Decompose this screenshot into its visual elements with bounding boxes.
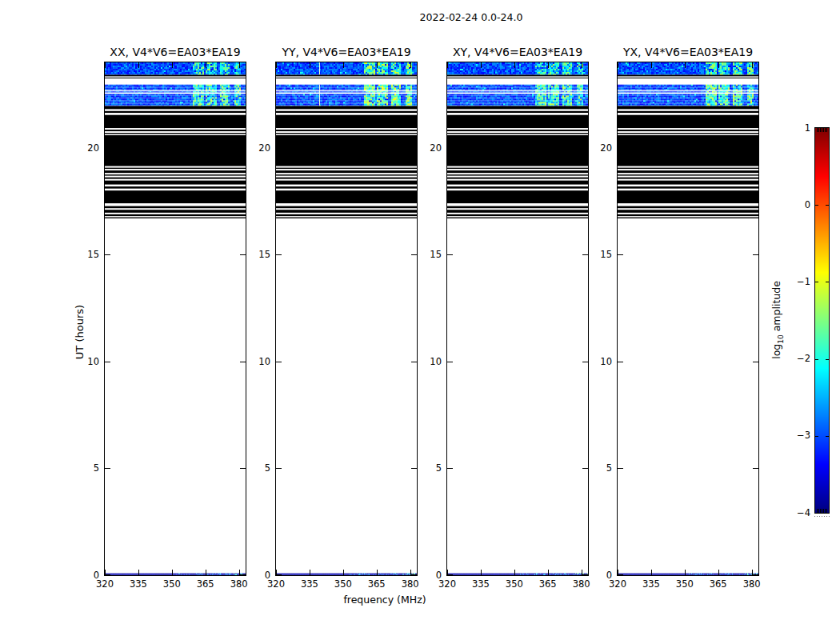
panel-title-yx: YX, V4*V6=EA03*EA19	[623, 46, 753, 58]
panel-xy: XY, V4*V6=EA03*EA19 32033535036538005101…	[447, 0, 588, 640]
y-tick-label: 15	[430, 249, 442, 260]
x-tick-label: 380	[573, 578, 590, 590]
plot-frame-xy	[446, 62, 589, 576]
y-tick-label: 5	[94, 462, 99, 474]
y-tick-label: 5	[436, 462, 442, 474]
figure: 2022-02-24 0.0-24.0 XX, V4*V6=EA03*EA19 …	[0, 0, 840, 640]
x-tick-label: 350	[506, 578, 523, 590]
y-tick-label: 20	[87, 142, 99, 154]
plot-frame-xx	[104, 62, 246, 576]
panel-yx: YX, V4*V6=EA03*EA19 32033535036538005101…	[618, 0, 758, 640]
x-tick-label: 335	[642, 578, 660, 590]
x-tick-label: 350	[676, 578, 694, 590]
plot-frame-yy	[275, 62, 418, 576]
panel-yy: YY, V4*V6=EA03*EA19 32033535036538005101…	[276, 0, 417, 640]
heatmap-canvas-xx	[105, 62, 246, 575]
panel-title-xx: XX, V4*V6=EA03*EA19	[110, 46, 240, 58]
x-tick-label: 380	[402, 578, 419, 590]
colorbar-tick-label: −3	[797, 430, 810, 441]
panel-xx: XX, V4*V6=EA03*EA19 32033535036538005101…	[105, 0, 246, 640]
colorbar-tick-label: −1	[797, 276, 810, 287]
heatmap-canvas-yx	[618, 62, 758, 575]
y-tick-label: 0	[265, 570, 270, 581]
x-tick-label: 365	[368, 578, 386, 590]
colorbar-dotted-line	[814, 516, 830, 517]
heatmap-canvas-xy	[447, 62, 588, 575]
colorbar-tick-label: 1	[805, 122, 810, 134]
y-tick-label: 5	[265, 462, 270, 474]
x-tick-label: 365	[539, 578, 557, 590]
x-tick-label: 350	[334, 578, 352, 590]
colorbar-canvas	[815, 128, 829, 513]
panel-title-yy: YY, V4*V6=EA03*EA19	[282, 46, 410, 58]
y-tick-label: 10	[87, 356, 99, 367]
x-tick-label: 380	[230, 578, 248, 590]
x-tick-label: 365	[197, 578, 214, 590]
colorbar	[814, 127, 830, 514]
colorbar-tick-label: −4	[797, 507, 810, 518]
x-tick-label: 335	[130, 578, 147, 590]
y-tick-label: 20	[430, 142, 442, 154]
y-tick-label: 5	[606, 462, 612, 474]
colorbar-tick-label: −2	[797, 353, 810, 364]
y-tick-label: 0	[436, 570, 442, 581]
y-axis-label: UT (hours)	[74, 305, 86, 359]
y-tick-label: 0	[94, 570, 99, 581]
y-tick-label: 10	[600, 356, 612, 367]
colorbar-label: log10 amplitude	[770, 281, 785, 359]
y-tick-label: 15	[600, 249, 612, 260]
heatmap-canvas-yy	[276, 62, 417, 575]
y-tick-label: 15	[87, 249, 99, 260]
x-tick-label: 380	[743, 578, 761, 590]
y-tick-label: 10	[430, 356, 442, 367]
y-tick-label: 15	[258, 249, 270, 260]
panel-title-xy: XY, V4*V6=EA03*EA19	[453, 46, 582, 58]
plot-frame-yx	[617, 62, 759, 576]
x-axis-label: frequency (MHz)	[343, 594, 426, 606]
x-tick-label: 365	[710, 578, 727, 590]
colorbar-tick-label: 0	[805, 199, 810, 210]
y-tick-label: 10	[258, 356, 270, 367]
x-tick-label: 335	[301, 578, 318, 590]
x-tick-label: 350	[163, 578, 181, 590]
y-tick-label: 20	[258, 142, 270, 154]
y-tick-label: 20	[600, 142, 612, 154]
x-tick-label: 335	[472, 578, 490, 590]
y-tick-label: 0	[606, 570, 612, 581]
